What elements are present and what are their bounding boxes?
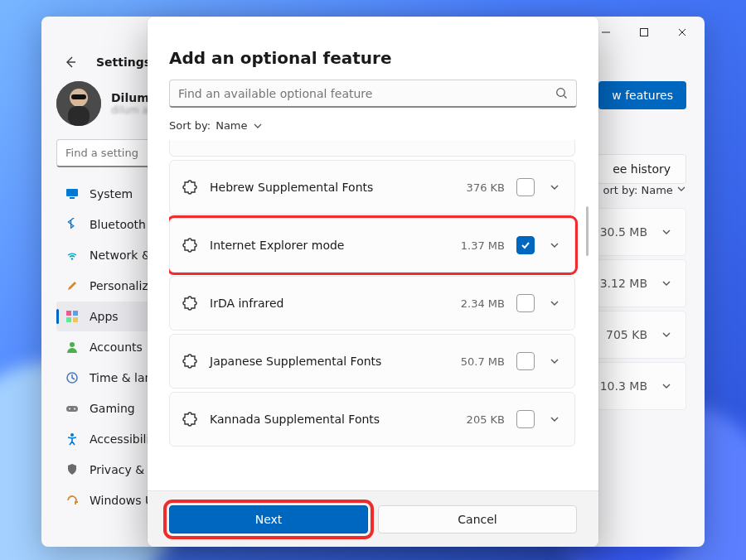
svg-point-8 — [71, 258, 74, 260]
svg-rect-3 — [68, 106, 90, 126]
arrow-left-icon — [63, 55, 78, 70]
dialog-search-input[interactable] — [178, 87, 555, 100]
shield-icon — [65, 462, 80, 477]
sidebar-item-label: Apps — [90, 310, 119, 323]
svg-rect-0 — [641, 29, 648, 36]
chevron-down-icon — [661, 226, 672, 238]
maximize-button[interactable] — [625, 19, 663, 46]
apps-icon — [65, 309, 80, 324]
expand-button[interactable] — [546, 237, 563, 253]
feature-name: IrDA infrared — [210, 297, 449, 310]
feature-row[interactable]: Kannada Supplemental Fonts205 KB — [169, 392, 575, 447]
expand-button[interactable] — [546, 179, 563, 196]
main-sort-label: ort by: — [603, 184, 637, 196]
wifi-icon — [65, 248, 80, 263]
feature-size: 1.37 MB — [461, 239, 505, 252]
feature-row[interactable]: IrDA infrared2.34 MB — [169, 276, 575, 331]
puzzle-icon — [182, 295, 198, 311]
expand-button[interactable] — [546, 411, 563, 427]
feature-name: Internet Explorer mode — [210, 239, 449, 252]
chevron-down-icon — [549, 181, 560, 193]
page-title: Settings — [96, 56, 151, 69]
sidebar-item-label: Gaming — [90, 402, 135, 415]
close-button[interactable] — [663, 19, 701, 46]
maximize-icon — [639, 27, 649, 37]
svg-rect-12 — [73, 317, 78, 322]
cancel-button[interactable]: Cancel — [378, 505, 577, 533]
dialog-title: Add an optional feature — [148, 17, 598, 80]
feature-size: 10.3 MB — [600, 379, 647, 393]
svg-rect-10 — [73, 311, 78, 316]
next-button[interactable]: Next — [169, 505, 368, 533]
gaming-icon — [65, 401, 80, 416]
feature-size: 30.5 MB — [600, 225, 647, 239]
chevron-down-icon — [549, 239, 560, 251]
svg-rect-15 — [66, 406, 78, 412]
feature-row[interactable]: Hebrew Supplemental Fonts376 KB — [169, 160, 575, 215]
chevron-down-icon — [661, 380, 672, 392]
chevron-down-icon — [661, 278, 672, 289]
sidebar-item-label: Privacy & s — [90, 463, 154, 476]
feature-name: Hebrew Supplemental Fonts — [210, 181, 455, 194]
feature-size: 376 KB — [467, 181, 505, 194]
feature-checkbox[interactable] — [516, 352, 535, 370]
svg-point-16 — [69, 408, 70, 410]
svg-rect-4 — [71, 94, 86, 99]
svg-point-18 — [70, 433, 74, 437]
add-feature-dialog: Add an optional feature Sort by: Name He… — [148, 17, 598, 547]
history-button[interactable]: ee history — [597, 154, 686, 184]
dialog-search[interactable] — [169, 80, 577, 108]
svg-point-19 — [557, 89, 565, 97]
scrollbar[interactable] — [586, 206, 589, 256]
sidebar-item-label: Accounts — [90, 340, 143, 354]
chevron-down-icon — [253, 121, 263, 131]
profile-sub: dilum a — [111, 104, 149, 116]
clock-icon — [65, 370, 80, 385]
svg-rect-11 — [66, 317, 71, 322]
puzzle-icon — [182, 179, 198, 196]
accessibility-icon — [65, 432, 80, 447]
dialog-sort-value: Name — [216, 119, 247, 132]
check-icon — [520, 239, 531, 251]
svg-point-17 — [74, 408, 75, 410]
search-icon — [555, 87, 568, 99]
feature-size: 50.7 MB — [461, 355, 505, 368]
feature-row[interactable]: Internet Explorer mode1.37 MB — [169, 218, 575, 273]
expand-button[interactable] — [546, 353, 563, 369]
feature-size: 3.12 MB — [600, 277, 647, 290]
svg-point-13 — [70, 342, 75, 347]
chevron-down-icon — [549, 413, 560, 425]
puzzle-icon — [182, 411, 198, 427]
feature-size: 205 KB — [467, 413, 505, 426]
dialog-footer: Next Cancel — [148, 490, 598, 547]
feature-checkbox[interactable] — [516, 236, 535, 254]
main-sort-value: Name — [642, 184, 673, 196]
feature-size: 2.34 MB — [461, 297, 505, 310]
feature-checkbox[interactable] — [516, 410, 535, 428]
feature-size: 705 KB — [606, 328, 647, 341]
svg-rect-7 — [70, 197, 75, 199]
bluetooth-icon — [65, 217, 80, 232]
feature-name: Kannada Supplemental Fonts — [210, 413, 455, 426]
feature-name: Japanese Supplemental Fonts — [210, 355, 449, 368]
sidebar-item-label: Windows U — [90, 494, 153, 507]
monitor-icon — [65, 186, 80, 201]
feature-checkbox[interactable] — [516, 294, 535, 312]
feature-checkbox[interactable] — [516, 178, 535, 196]
svg-rect-9 — [66, 311, 71, 316]
expand-button[interactable] — [546, 295, 563, 311]
brush-icon — [65, 278, 80, 293]
sidebar-item-label: Time & lan — [90, 371, 152, 384]
sidebar-item-label: Personaliza — [90, 279, 155, 292]
chevron-down-icon — [549, 297, 560, 309]
puzzle-icon — [182, 353, 198, 369]
back-button[interactable] — [56, 48, 85, 76]
dialog-sort[interactable]: Sort by: Name — [148, 108, 598, 140]
view-features-button[interactable]: w features — [598, 81, 686, 109]
update-icon — [65, 493, 80, 508]
sidebar-item-label: System — [90, 187, 133, 200]
person-icon — [65, 340, 80, 355]
dialog-sort-label: Sort by: — [169, 119, 211, 132]
feature-row[interactable]: Japanese Supplemental Fonts50.7 MB — [169, 334, 575, 389]
svg-rect-6 — [66, 189, 78, 196]
